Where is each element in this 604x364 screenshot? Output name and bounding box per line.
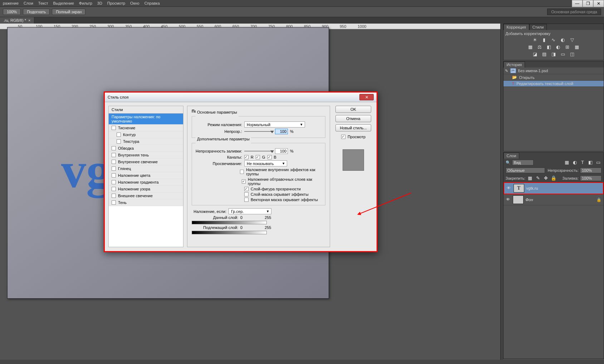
opacity-slider[interactable] xyxy=(244,131,273,132)
style-checkbox[interactable] xyxy=(112,187,116,191)
close-button[interactable]: ✕ xyxy=(593,0,604,7)
this-layer-gradient[interactable] xyxy=(192,221,267,224)
style-item[interactable]: Внешнее свечение xyxy=(109,193,183,199)
style-item[interactable]: Тиснение xyxy=(109,125,183,131)
ok-button[interactable]: OK xyxy=(335,106,371,113)
lock-transparency-icon[interactable]: ▦ xyxy=(527,175,533,181)
style-checkbox[interactable] xyxy=(112,166,116,171)
channel-g-checkbox[interactable] xyxy=(256,155,260,159)
selective-color-icon[interactable]: ◫ xyxy=(569,51,575,57)
filter-kind-icon[interactable]: 🔍 xyxy=(506,160,511,165)
filter-smart-icon[interactable]: ▭ xyxy=(595,160,601,165)
gradient-map-icon[interactable]: ▭ xyxy=(560,51,566,57)
fit-button[interactable]: Подогнать xyxy=(23,9,50,15)
filter-kind-select[interactable]: Вид xyxy=(512,160,534,165)
blendif-select[interactable]: Гр.сер.▾ xyxy=(229,208,271,214)
workspace-selector[interactable]: Основная рабочая среда xyxy=(547,9,601,15)
style-item[interactable]: Текстура xyxy=(109,138,183,145)
fill-slider[interactable] xyxy=(244,151,273,151)
layer-opacity-field[interactable]: 100% xyxy=(580,168,601,173)
layer-row-text[interactable]: 👁 T vgtk.ru xyxy=(504,182,604,194)
style-checkbox[interactable] xyxy=(112,160,116,164)
filter-pixel-icon[interactable]: ▦ xyxy=(564,160,570,165)
channel-r-checkbox[interactable] xyxy=(244,155,249,159)
vector-mask-hides-checkbox[interactable] xyxy=(244,198,249,202)
style-checkbox[interactable] xyxy=(117,139,121,144)
visibility-toggle[interactable]: 👁 xyxy=(506,197,511,202)
tab-styles[interactable]: Стили xyxy=(529,24,547,30)
style-item[interactable]: Параметры наложения: по умолчанию xyxy=(109,114,183,125)
close-tab-icon[interactable]: × xyxy=(28,18,30,23)
style-checkbox[interactable] xyxy=(112,200,116,205)
levels-icon[interactable]: ▮ xyxy=(541,37,547,43)
history-step-edit-text[interactable]: T Редактировать текстовый слой xyxy=(504,81,604,87)
zoom-field[interactable]: 100% xyxy=(3,9,21,15)
opacity-field[interactable]: 100 xyxy=(275,129,288,134)
fullscreen-button[interactable]: Полный экран xyxy=(52,9,85,15)
document-tab[interactable]: .ru, RGB/8) * × xyxy=(0,17,34,24)
filter-text-icon[interactable]: T xyxy=(579,160,586,165)
blend-select[interactable]: Обычные xyxy=(506,168,545,173)
style-item[interactable]: Внутреннее свечение xyxy=(109,159,183,165)
style-checkbox[interactable] xyxy=(112,173,116,178)
lut-icon[interactable]: ▦ xyxy=(574,44,580,50)
collapsed-panel-column[interactable] xyxy=(500,24,503,360)
posterize-icon[interactable]: ▨ xyxy=(541,51,547,57)
style-checkbox[interactable] xyxy=(112,194,116,198)
menu-item[interactable]: Текст xyxy=(38,1,48,5)
visibility-toggle[interactable]: 👁 xyxy=(506,186,511,191)
style-checkbox[interactable] xyxy=(112,126,116,130)
menu-item[interactable]: Окно xyxy=(130,1,139,5)
style-item[interactable]: Глянец xyxy=(109,165,183,172)
layer-fill-field[interactable]: 100% xyxy=(580,175,601,181)
vibrance-icon[interactable]: ▽ xyxy=(569,37,575,43)
history-snapshot[interactable]: ✎ ps Без имени-1.psd xyxy=(504,68,604,74)
brightness-icon[interactable]: ☀ xyxy=(532,37,538,43)
tab-history[interactable]: История xyxy=(504,61,525,68)
style-checkbox[interactable] xyxy=(112,146,116,150)
layer-row-background[interactable]: 👁 Фон 🔒 xyxy=(504,194,604,205)
transparency-shapes-checkbox[interactable] xyxy=(244,187,249,191)
curves-icon[interactable]: ∿ xyxy=(550,37,557,43)
channel-mixer-icon[interactable]: ⊞ xyxy=(564,44,571,50)
invert-icon[interactable]: ◪ xyxy=(532,51,538,57)
cancel-button[interactable]: Отмена xyxy=(335,115,371,122)
photo-filter-icon[interactable]: ◐ xyxy=(555,44,561,50)
menu-item[interactable]: Справка xyxy=(144,1,160,5)
style-item[interactable]: Обводка xyxy=(109,145,183,152)
menu-item[interactable]: Фильтр xyxy=(79,1,92,5)
minimize-button[interactable]: — xyxy=(572,0,583,7)
lock-all-icon[interactable]: 🔒 xyxy=(550,175,557,181)
threshold-icon[interactable]: ◨ xyxy=(550,51,557,57)
new-style-button[interactable]: Новый стиль... xyxy=(335,124,371,131)
balance-icon[interactable]: ⚖ xyxy=(536,44,543,50)
blend-clipped-checkbox[interactable] xyxy=(242,179,246,184)
knockout-select[interactable]: Не показывать▾ xyxy=(244,160,287,166)
exposure-icon[interactable]: ◐ xyxy=(560,37,566,43)
tab-layers[interactable]: Слои xyxy=(504,153,520,159)
tab-corrections[interactable]: Коррекция xyxy=(504,24,529,30)
style-item[interactable]: Контур xyxy=(109,131,183,138)
menu-item[interactable]: Просмотр xyxy=(107,1,125,5)
fill-field[interactable]: 100 xyxy=(275,148,288,154)
menu-item[interactable]: Выделение xyxy=(53,1,74,5)
menu-item[interactable]: ражение xyxy=(3,1,19,5)
filter-shape-icon[interactable]: ◧ xyxy=(587,160,594,165)
menu-item[interactable]: Слои xyxy=(24,1,33,5)
mask-hides-effects-checkbox[interactable] xyxy=(244,192,249,196)
style-checkbox[interactable] xyxy=(112,153,116,157)
lock-position-icon[interactable]: ✥ xyxy=(542,175,549,181)
lock-pixels-icon[interactable]: ✎ xyxy=(535,175,541,181)
maximize-button[interactable]: ❐ xyxy=(583,0,593,7)
style-item[interactable]: Наложение цвета xyxy=(109,172,183,179)
filter-adj-icon[interactable]: ◐ xyxy=(571,160,578,165)
style-item[interactable]: Внутренняя тень xyxy=(109,152,183,159)
blend-mode-select[interactable]: Нормальный▾ xyxy=(244,121,305,128)
style-item[interactable]: Тень xyxy=(109,199,183,206)
preview-checkbox[interactable] xyxy=(341,135,345,139)
dialog-close-button[interactable]: ✕ xyxy=(359,94,374,100)
style-item[interactable]: Наложение градиента xyxy=(109,179,183,186)
history-step-open[interactable]: 📂 Открыть xyxy=(504,74,604,81)
hue-icon[interactable]: ▦ xyxy=(527,44,534,50)
bw-icon[interactable]: ◧ xyxy=(546,44,552,50)
